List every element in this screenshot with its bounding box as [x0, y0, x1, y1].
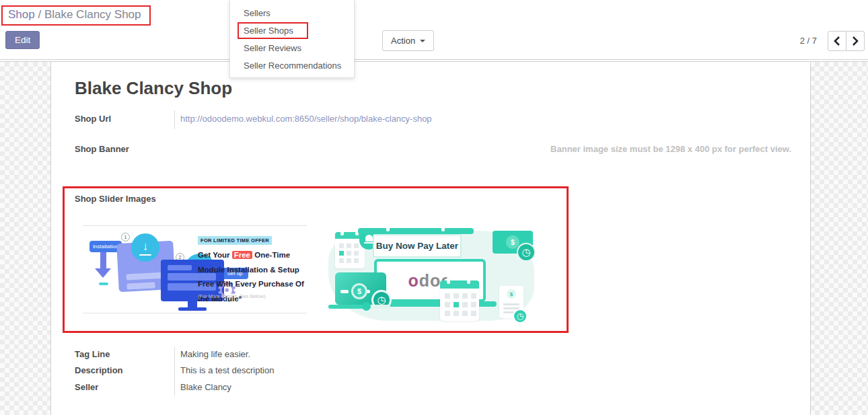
dollar-coin-icon: $ [351, 283, 367, 299]
seller-label: Seller [75, 382, 98, 392]
sign-rail [358, 228, 474, 234]
menu-item-sellers[interactable]: Sellers [230, 5, 354, 22]
seller-value: Blake Clancy [180, 382, 231, 392]
slider-knob [362, 302, 371, 311]
form-sheet: Blake Clancy Shop Shop Url http://odoode… [50, 62, 811, 415]
pager-buttons [828, 31, 865, 51]
breadcrumb-separator: / [35, 8, 44, 21]
window-stripe [126, 272, 164, 280]
shop-url-value[interactable]: http://odoodemo.webkul.com:8650/seller/s… [180, 114, 432, 124]
receipt-line [503, 303, 519, 305]
tag-line-label: Tag Line [75, 349, 110, 359]
top-bar: Shop / Blake Clancy Shop Edit Action 2 /… [0, 0, 868, 60]
offer-footnote: (For More Details, See Below) [198, 293, 265, 299]
calendar-icon [335, 232, 365, 268]
seller-menu-dropdown: Sellers Seller Shops Seller Reviews Sell… [229, 0, 355, 78]
calendar-peg [467, 277, 470, 284]
shop-url-label: Shop Url [75, 114, 111, 124]
slider-track [328, 305, 390, 309]
breadcrumb-current: Blake Clancy Shop [44, 8, 141, 21]
pager-previous-button[interactable] [828, 31, 846, 51]
sign-peg [441, 225, 445, 231]
action-label: Action [391, 36, 415, 46]
pager-next-button[interactable] [846, 31, 865, 51]
download-icon: ↓ [131, 233, 159, 262]
form-view-background: Blake Clancy Shop Shop Url http://odoode… [0, 61, 868, 415]
download-tray [139, 254, 151, 256]
chevron-down-icon [420, 40, 425, 42]
free-badge: Free [232, 251, 252, 259]
field-separator [174, 347, 175, 395]
shop-slider-images-label: Shop Slider Images [75, 194, 156, 204]
slider-image-installation-offer: Installation 1 ↓ 2 ✓ Set up ⚙ [83, 225, 307, 313]
calendar-grid [339, 243, 344, 248]
download-arrow-glyph: ↓ [143, 241, 149, 252]
down-arrow-icon [100, 252, 106, 268]
action-dropdown-button[interactable]: Action [382, 30, 434, 51]
breadcrumb-annotation-box: Shop / Blake Clancy Shop [1, 5, 151, 26]
menu-item-seller-recommendations[interactable]: Seller Recommendations [230, 57, 354, 75]
limited-time-offer-tag: FOR LIMITED TIME OFFER [198, 236, 272, 245]
odoo-logo-first: o [408, 271, 419, 290]
slider-image-buy-now-pay-later: Buy Now Pay Later $ ◷ odoo ◷ $ [327, 225, 536, 324]
chevron-left-icon [834, 36, 840, 46]
sign-peg [386, 225, 390, 231]
chevron-right-icon [852, 36, 859, 46]
monitor-row [168, 265, 192, 270]
dollar-coin-icon: $ [507, 289, 516, 299]
card-dash [340, 290, 349, 293]
description-value: This is a test description [180, 365, 274, 375]
step-1-badge: 1 [121, 233, 130, 241]
monitor-stand [188, 301, 197, 307]
headline-pre: Get Your [198, 251, 232, 259]
calendar-grid [445, 293, 450, 299]
clock-icon: ◷ [517, 243, 536, 262]
calendar-peg [340, 229, 344, 235]
calendar-icon [440, 280, 479, 321]
dash-decoration [99, 282, 108, 285]
clock-icon: ◷ [513, 309, 528, 324]
menu-item-seller-shops[interactable]: Seller Shops [230, 22, 354, 40]
calendar-header [440, 280, 479, 289]
description-label: Description [75, 365, 123, 375]
pager-counter: 2 / 7 [800, 36, 817, 46]
edit-button[interactable]: Edit [5, 31, 40, 49]
window-stripe [126, 282, 155, 289]
buy-now-pay-later-sign: Buy Now Pay Later [373, 234, 462, 258]
page-title: Blake Clancy Shop [75, 78, 232, 99]
down-arrow-head [95, 268, 111, 278]
banner-size-hint: Banner image size must be 1298 x 400 px … [550, 144, 791, 154]
bell-body [365, 235, 373, 241]
shop-banner-label: Shop Banner [75, 144, 129, 154]
calendar-peg [447, 277, 450, 284]
tag-line-value: Making life easier. [180, 349, 250, 359]
breadcrumb-shop-link[interactable]: Shop [8, 8, 35, 21]
monitor-base [178, 307, 207, 311]
menu-item-seller-reviews[interactable]: Seller Reviews [230, 40, 354, 57]
field-separator [174, 110, 175, 129]
